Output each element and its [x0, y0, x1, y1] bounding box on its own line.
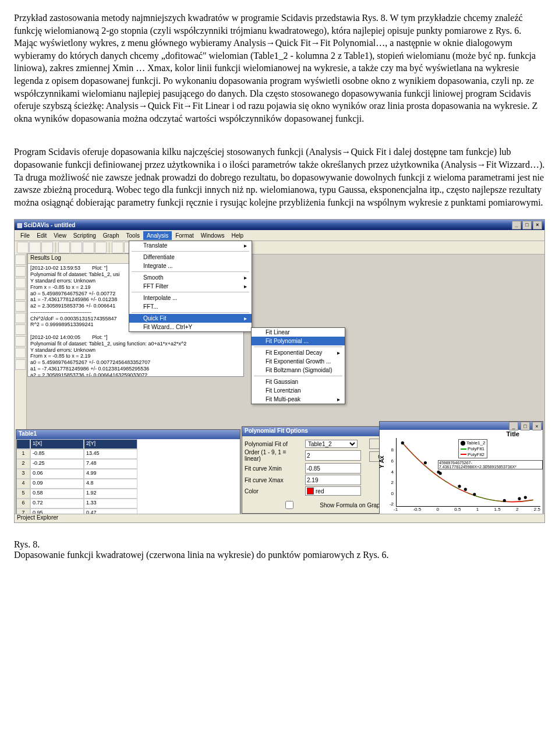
tool-button[interactable]: [15, 266, 26, 277]
table-cell[interactable]: 0.09: [30, 479, 84, 489]
submenu-item[interactable]: Fit Exponential Decay▸: [252, 348, 345, 357]
table-cell[interactable]: 13.45: [84, 449, 137, 459]
table-cell[interactable]: 5: [16, 489, 30, 499]
status-bar[interactable]: Project Explorer: [15, 514, 544, 522]
tool-button[interactable]: [15, 289, 26, 300]
table-cell[interactable]: 0.58: [30, 489, 84, 499]
menu-format[interactable]: Format: [172, 231, 197, 240]
color-select[interactable]: red: [305, 486, 361, 496]
menu-item[interactable]: Integrate ...: [129, 262, 252, 270]
tool-button[interactable]: [15, 336, 26, 347]
table-cell[interactable]: 2[Y]: [84, 439, 137, 449]
submenu-item[interactable]: Fit Multi-peak▸: [252, 395, 345, 404]
chart-min-button[interactable]: _: [509, 422, 518, 430]
svg-point-9: [524, 496, 527, 499]
table-cell[interactable]: 4.8: [84, 479, 137, 489]
chart-close-button[interactable]: ×: [532, 422, 542, 430]
toolbar-button[interactable]: [95, 242, 107, 253]
table-cell[interactable]: 6: [16, 499, 30, 508]
menu-item[interactable]: FFT Filter: [129, 282, 252, 291]
toolbar-button[interactable]: [112, 242, 123, 253]
chart-window: _ □ × Title Table1_2 PolyFit1 PolyFit2 4…: [379, 421, 543, 519]
submenu-item[interactable]: Fit Linear: [252, 328, 345, 337]
tool-button[interactable]: [15, 324, 26, 335]
table-cell[interactable]: 1.92: [84, 489, 137, 499]
xmax-input[interactable]: [305, 475, 361, 485]
menu-file[interactable]: File: [17, 231, 33, 240]
chart-title: Title: [507, 430, 519, 437]
table-cell[interactable]: 1[X]: [30, 439, 84, 449]
table-cell[interactable]: 1.33: [84, 499, 137, 508]
table-cell[interactable]: 7.48: [84, 459, 137, 469]
toolbar-button[interactable]: [41, 242, 53, 253]
svg-point-5: [464, 488, 467, 491]
window-title: SciDAVis - untitled: [24, 222, 76, 228]
table-cell[interactable]: 4.99: [84, 469, 137, 479]
table-cell[interactable]: 1: [16, 449, 30, 459]
toolbar-button[interactable]: [70, 242, 82, 253]
menu-item[interactable]: Translate: [129, 241, 252, 250]
table-cell[interactable]: -0.25: [30, 459, 84, 469]
tool-button[interactable]: [15, 278, 26, 288]
menu-graph[interactable]: Graph: [100, 231, 123, 240]
tool-button[interactable]: [15, 301, 26, 312]
table-cell[interactable]: 2: [16, 459, 30, 469]
tool-button[interactable]: [15, 348, 26, 358]
submenu-item[interactable]: Fit Lorentzian: [252, 386, 345, 395]
submenu-item[interactable]: Fit Boltzmann (Sigmoidal): [252, 366, 345, 375]
menu-analysis[interactable]: Analysis: [143, 231, 172, 240]
submenu-item[interactable]: Fit Gaussian: [252, 377, 345, 386]
table-cell[interactable]: 0.72: [30, 499, 84, 508]
menu-windows[interactable]: Windows: [197, 231, 228, 240]
menu-view[interactable]: View: [50, 231, 70, 240]
menu-item[interactable]: Differentiate: [129, 253, 252, 262]
close-button[interactable]: ×: [533, 221, 542, 229]
y-axis-ticks: 86420-2: [382, 447, 394, 507]
order-input[interactable]: [305, 450, 361, 461]
menu-scripting[interactable]: Scripting: [70, 231, 100, 240]
tool-button[interactable]: [15, 255, 26, 265]
table-window-title[interactable]: Table1: [16, 430, 240, 439]
svg-point-7: [503, 499, 506, 502]
toolbar-button[interactable]: [17, 242, 29, 253]
menu-item[interactable]: Interpolate ...: [129, 294, 252, 302]
plot-area: [396, 438, 540, 507]
tool-button[interactable]: [15, 313, 26, 323]
table-cell[interactable]: 4: [16, 479, 30, 489]
fit-of-select[interactable]: Table1_2: [305, 440, 358, 448]
menu-tools[interactable]: Tools: [123, 231, 143, 240]
tool-button[interactable]: [15, 359, 26, 370]
submenu-item[interactable]: Fit Exponential Growth ...: [252, 357, 345, 366]
xmin-input[interactable]: [305, 463, 361, 474]
menu-item[interactable]: Quick Fit: [129, 314, 252, 323]
maximize-button[interactable]: □: [522, 221, 532, 229]
toolbar-button[interactable]: [83, 242, 94, 253]
toolbar-button[interactable]: [29, 242, 41, 253]
fit-of-label: Polynomial Fit of: [245, 441, 303, 447]
menu-help[interactable]: Help: [228, 231, 247, 240]
menu-item[interactable]: Fit Wizard... Ctrl+Y: [129, 323, 252, 331]
chart-max-button[interactable]: □: [521, 422, 530, 430]
svg-point-1: [424, 461, 427, 464]
data-table: 1[X]2[Y]1-0.8513.452-0.257.4830.064.9940…: [16, 439, 240, 523]
svg-point-4: [458, 485, 461, 488]
toolbar-button[interactable]: [58, 242, 70, 253]
table-cell[interactable]: -0.85: [30, 449, 84, 459]
xmin-label: Fit curve Xmin: [245, 465, 303, 472]
xmax-label: Fit curve Xmax: [245, 477, 303, 483]
table-cell[interactable]: 0.06: [30, 469, 84, 479]
table-cell[interactable]: 3: [16, 469, 30, 479]
table-cell[interactable]: [16, 439, 30, 449]
menu-item[interactable]: Smooth: [129, 273, 252, 282]
window-titlebar: ▧ SciDAVis - untitled _ □ ×: [15, 220, 544, 230]
show-formula-label: Show Formula on Graph?: [320, 502, 387, 508]
menu-item[interactable]: FFT...: [129, 302, 252, 311]
svg-point-8: [518, 497, 521, 500]
table-window: Table1 1[X]2[Y]1-0.8513.452-0.257.4830.0…: [16, 429, 240, 518]
minimize-button[interactable]: _: [512, 221, 521, 229]
show-formula-checkbox[interactable]: [263, 501, 316, 509]
paragraph-1: Przykład zastosowania metody najmniejszy…: [14, 12, 545, 125]
quickfit-submenu: Fit LinearFit Polynomial ...Fit Exponent…: [251, 327, 345, 404]
submenu-item[interactable]: Fit Polynomial ...: [252, 337, 345, 345]
menu-edit[interactable]: Edit: [33, 231, 50, 240]
